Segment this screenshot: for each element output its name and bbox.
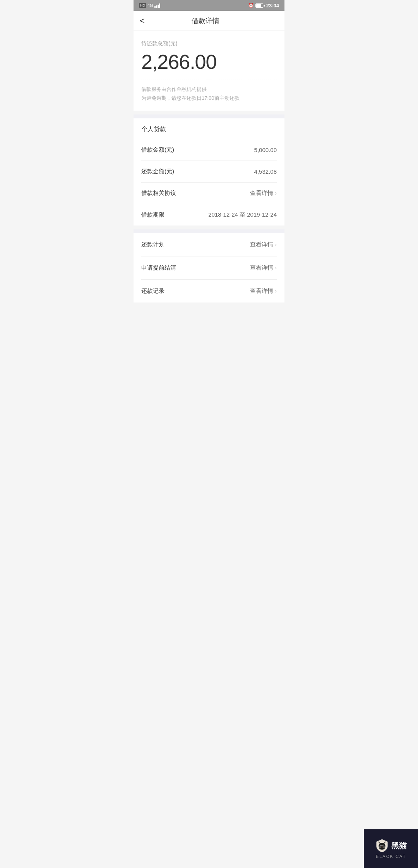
loan-amount-row: 借款金额(元) 5,000.00	[141, 139, 277, 161]
hd-badge: HD	[139, 3, 146, 8]
back-button[interactable]: <	[137, 13, 148, 29]
early-settlement-label: 申请提前结清	[141, 264, 176, 272]
early-settlement-row[interactable]: 申请提前结清 查看详情 ›	[141, 256, 277, 280]
chevron-icon-plan: ›	[275, 241, 277, 248]
repayment-records-label: 还款记录	[141, 287, 164, 295]
section-separator-2	[134, 229, 284, 233]
dashed-divider	[141, 80, 277, 80]
status-left: HD 4G	[139, 3, 160, 8]
battery-icon	[255, 3, 265, 8]
page-title: 借款详情	[148, 16, 264, 26]
repayment-amount-row: 还款金额(元) 4,532.08	[141, 161, 277, 183]
notice-line-1: 借款服务由合作金融机构提供	[141, 85, 277, 94]
personal-loan-section: 个人贷款 借款金额(元) 5,000.00 还款金额(元) 4,532.08 借…	[134, 118, 284, 226]
network-label: 4G	[147, 3, 153, 8]
chevron-icon-settlement: ›	[275, 265, 277, 271]
time-display: 23:04	[266, 3, 279, 9]
repayment-records-value: 查看详情 ›	[250, 287, 277, 295]
top-section: 待还款总额(元) 2,266.00 借款服务由合作金融机构提供 为避免逾期，请您…	[134, 31, 284, 111]
loan-amount-value: 5,000.00	[254, 147, 277, 153]
repayment-amount-value: 4,532.08	[254, 168, 277, 175]
alarm-icon: ⏰	[248, 3, 254, 8]
repayment-plan-label: 还款计划	[141, 241, 164, 248]
chevron-icon: ›	[275, 190, 277, 196]
section-separator-1	[134, 114, 284, 118]
status-right: ⏰ 23:04	[248, 3, 279, 9]
loan-agreement-value: 查看详情 ›	[250, 190, 277, 197]
early-settlement-value: 查看详情 ›	[250, 264, 277, 272]
repayment-plan-value: 查看详情 ›	[250, 241, 277, 248]
main-content: 待还款总额(元) 2,266.00 借款服务由合作金融机构提供 为避免逾期，请您…	[134, 31, 284, 302]
loan-amount-label: 借款金额(元)	[141, 146, 174, 154]
loan-period-value: 2018-12-24 至 2019-12-24	[208, 211, 277, 219]
chevron-icon-records: ›	[275, 288, 277, 294]
status-bar: HD 4G ⏰ 23:04	[134, 0, 284, 11]
notice-line-2: 为避免逾期，请您在还款日17:00前主动还款	[141, 94, 277, 103]
loan-period-label: 借款期限	[141, 211, 164, 219]
loan-agreement-label: 借款相关协议	[141, 190, 176, 197]
personal-loan-title: 个人贷款	[141, 118, 277, 139]
signal-bars	[154, 3, 160, 8]
repayment-records-row[interactable]: 还款记录 查看详情 ›	[141, 280, 277, 302]
total-amount: 2,266.00	[141, 50, 277, 73]
loan-period-row: 借款期限 2018-12-24 至 2019-12-24	[141, 204, 277, 226]
notice-text: 借款服务由合作金融机构提供 为避免逾期，请您在还款日17:00前主动还款	[141, 85, 277, 103]
repayment-amount-label: 还款金额(元)	[141, 168, 174, 175]
total-label: 待还款总额(元)	[141, 40, 277, 47]
repayment-plan-row[interactable]: 还款计划 查看详情 ›	[141, 233, 277, 256]
actions-section: 还款计划 查看详情 › 申请提前结清 查看详情 › 还款记录 查看详情 ›	[134, 233, 284, 302]
loan-agreement-row[interactable]: 借款相关协议 查看详情 ›	[141, 183, 277, 204]
nav-bar: < 借款详情	[134, 11, 284, 31]
